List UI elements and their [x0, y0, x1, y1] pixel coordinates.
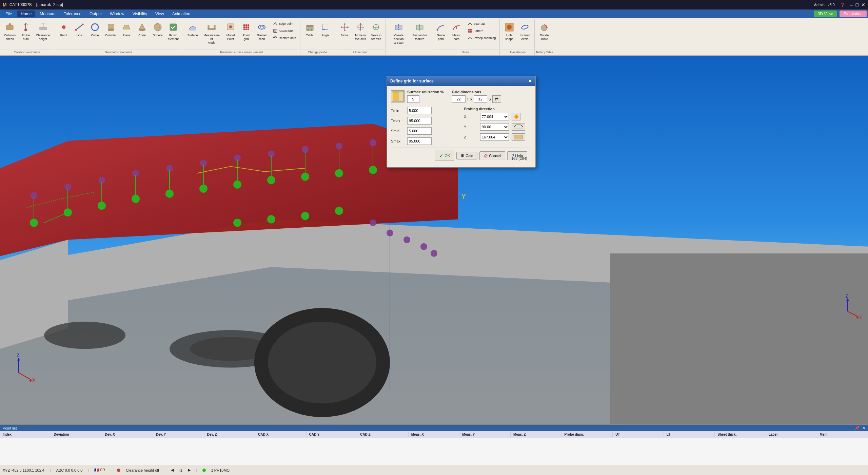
- dialog-calc-button[interactable]: 🖩 Calc: [456, 152, 477, 159]
- maximize-button[interactable]: □: [856, 2, 859, 7]
- pattern-button[interactable]: Pattern: [466, 27, 497, 34]
- calc-label: Calc: [466, 154, 473, 158]
- point-grid-button[interactable]: Pointgrid: [239, 20, 254, 44]
- svg-line-144: [514, 125, 516, 127]
- tmax-input[interactable]: [407, 117, 432, 125]
- 3d-view-button[interactable]: 3D View: [814, 11, 837, 17]
- probing-z-row: Z 167.004: [464, 133, 531, 141]
- restore-data-button[interactable]: Restore data: [271, 35, 298, 41]
- move-button[interactable]: Move: [337, 20, 352, 44]
- section-scan-title: [387, 53, 430, 54]
- measurement-mode-button[interactable]: MeasurementMode: [201, 20, 222, 46]
- probing-y-icon-button[interactable]: [512, 123, 525, 131]
- surface-utilization-value[interactable]: S: [407, 95, 419, 103]
- finish-element-button[interactable]: Finishelement: [166, 20, 181, 44]
- grid-swap-button[interactable]: ⇄: [492, 95, 501, 103]
- status-nav-prev[interactable]: ◀: [171, 468, 174, 472]
- ts-values-col: Tmin Tmax Smin Smax: [391, 107, 458, 148]
- menu-tolerance[interactable]: Tolerance: [60, 11, 85, 17]
- table-button[interactable]: Table: [302, 20, 317, 44]
- probing-x-select[interactable]: 77.004: [480, 113, 509, 120]
- col-dev-x: Dev. X: [102, 432, 153, 437]
- circle-button[interactable]: Circle: [87, 20, 102, 44]
- minimize-button[interactable]: –: [850, 2, 853, 7]
- app-logo: M: [3, 2, 7, 7]
- svg-point-32: [248, 28, 249, 30]
- meas-path-button[interactable]: Meas.path: [449, 20, 464, 44]
- move-five-axis-button[interactable]: Move infive axis: [353, 20, 368, 44]
- collision-check-button[interactable]: Collisioncheck: [2, 20, 18, 44]
- menu-output[interactable]: Output: [86, 11, 105, 17]
- cylinder-button[interactable]: Cylinder: [103, 20, 118, 44]
- menu-measure[interactable]: Measure: [36, 11, 59, 17]
- dialog-close-button[interactable]: ✕: [528, 78, 532, 84]
- gasket-scan-button[interactable]: Gasketscan: [254, 20, 269, 44]
- inclined-circle-button[interactable]: Inclinedcircle: [517, 20, 532, 44]
- menu-window[interactable]: Window: [106, 11, 128, 17]
- svg-rect-18: [170, 24, 177, 31]
- tmin-input[interactable]: [407, 107, 432, 114]
- probe-auto-button[interactable]: Probeauto: [18, 20, 33, 44]
- collision-check-icon: [4, 22, 15, 33]
- move-six-axis-icon: 6: [371, 22, 381, 33]
- svg-point-31: [245, 28, 247, 30]
- menu-view[interactable]: View: [152, 11, 167, 17]
- line-icon: [74, 22, 85, 33]
- guide-path-button[interactable]: Guidepath: [433, 20, 448, 44]
- hole-shape-button[interactable]: Holeshape: [502, 20, 517, 44]
- smin-label: Smin: [391, 129, 405, 133]
- geometric-elements-title: Geometric elements: [56, 50, 181, 54]
- angle-button[interactable]: Angle: [318, 20, 333, 44]
- table-icon: [304, 22, 315, 33]
- grid-dimensions-label: Grid dimensions: [452, 90, 501, 94]
- menu-home[interactable]: Home: [17, 11, 35, 17]
- move-six-axis-button[interactable]: 6 Move insix axis: [369, 20, 383, 44]
- col-cad-z: CAD Z: [357, 432, 409, 437]
- surface-button[interactable]: Surface: [185, 20, 200, 44]
- create-section-button[interactable]: Create section& scan: [388, 20, 410, 46]
- sphere-button[interactable]: Sphere: [150, 20, 165, 44]
- svg-marker-45: [344, 30, 346, 31]
- cone-button[interactable]: Cone: [135, 20, 150, 44]
- status-nav-next[interactable]: ▶: [188, 468, 191, 472]
- sweep-scanning-button[interactable]: Sweep scanning: [466, 35, 497, 41]
- section-feature-button[interactable]: Section forfeature: [410, 20, 429, 44]
- scan-small-buttons: Scan 3D Pattern Sweep scanning: [466, 20, 497, 41]
- menu-visibility[interactable]: Visibility: [129, 11, 151, 17]
- scan-3d-button[interactable]: Scan 3D: [466, 20, 497, 27]
- probing-y-select[interactable]: 90.00: [480, 123, 509, 131]
- grid-s-input[interactable]: [474, 95, 487, 103]
- probing-x-icon-button[interactable]: 🔶: [512, 113, 520, 120]
- rotary-table-title: Rotary Table: [536, 50, 553, 54]
- simulation-button[interactable]: Simulation: [840, 11, 867, 17]
- point-button[interactable]: Point: [56, 20, 71, 44]
- smax-input[interactable]: [407, 137, 432, 145]
- line-button[interactable]: Line: [72, 20, 87, 44]
- svg-rect-62: [468, 29, 470, 31]
- menu-file[interactable]: File: [1, 11, 16, 17]
- svg-point-124: [403, 236, 410, 243]
- model-point-button[interactable]: ModelPoint: [223, 20, 238, 44]
- dialog-cancel-button[interactable]: ⊘ Cancel: [479, 151, 505, 160]
- edge-point-button[interactable]: Edge point: [271, 20, 298, 27]
- window-controls: – □ ✕: [850, 2, 865, 7]
- close-button[interactable]: ✕: [861, 2, 865, 7]
- probing-z-icon-button[interactable]: [512, 133, 525, 141]
- menu-animation[interactable]: Animation: [169, 11, 194, 17]
- svg-point-33: [258, 25, 265, 29]
- col-dev-z: Dev. Z: [204, 432, 255, 437]
- point-list-pin[interactable]: 📌: [855, 426, 860, 430]
- point-list-close[interactable]: ✕: [862, 426, 865, 430]
- grid-t-input[interactable]: [452, 95, 466, 103]
- rotate-table-button[interactable]: RotateTable: [537, 20, 552, 44]
- smin-input[interactable]: [407, 127, 432, 135]
- ribbon-group-movement: Move Move infive axis 6 Move insix axis …: [335, 19, 386, 55]
- probing-z-select[interactable]: 167.004: [480, 133, 509, 141]
- move-five-axis-icon: [355, 22, 366, 33]
- measurement-mode-icon: [206, 22, 217, 33]
- tmin-row: Tmin: [391, 107, 458, 114]
- dialog-ok-button[interactable]: ✓ OK: [435, 151, 454, 160]
- ascii-data-button[interactable]: ASCII data: [271, 27, 298, 34]
- plane-button[interactable]: Plane: [119, 20, 134, 44]
- clearance-height-button[interactable]: Clearanceheight: [34, 20, 52, 44]
